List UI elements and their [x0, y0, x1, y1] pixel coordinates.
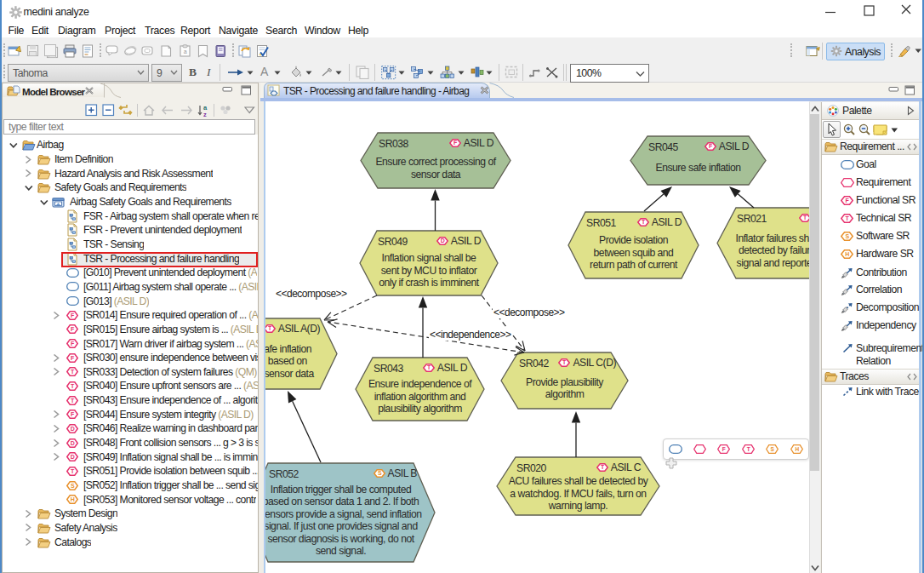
svg-text:D: D: [71, 426, 75, 432]
svg-text:F: F: [722, 446, 726, 452]
svg-text:D: D: [71, 439, 75, 445]
svg-text:D: D: [71, 454, 75, 460]
svg-text:D: D: [441, 238, 445, 244]
svg-text:H: H: [71, 496, 75, 502]
svg-text:T: T: [746, 446, 750, 452]
svg-text:a: a: [184, 49, 187, 54]
svg-text:H: H: [845, 251, 849, 257]
